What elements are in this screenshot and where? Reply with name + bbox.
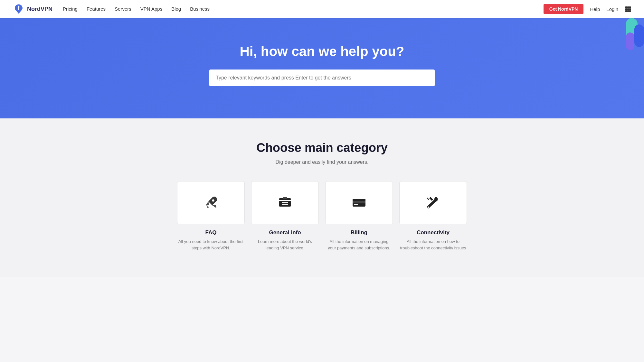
svg-rect-16 [353,201,365,203]
svg-rect-6 [625,10,627,12]
svg-rect-18 [353,199,365,201]
login-link[interactable]: Login [606,6,618,12]
svg-rect-13 [282,204,288,205]
search-input[interactable] [209,70,435,86]
category-connectivity-card[interactable] [399,181,467,224]
faq-label: FAQ [177,229,245,236]
nordvpn-logo-icon [13,3,24,15]
navbar-right: Get NordVPN Help Login [544,4,631,14]
svg-rect-5 [629,8,631,10]
faq-icon [203,194,219,211]
grid-menu-icon[interactable] [625,6,631,12]
navbar: NordVPN Pricing Features Servers VPN App… [0,0,644,18]
category-general-info-card[interactable] [251,181,319,224]
svg-rect-12 [282,202,288,203]
general-info-desc: Learn more about the world's leading VPN… [251,238,319,251]
svg-rect-11 [279,201,291,207]
navbar-left: NordVPN Pricing Features Servers VPN App… [13,3,210,15]
connectivity-label: Connectivity [399,229,467,236]
svg-rect-17 [354,204,358,205]
category-faq-card[interactable] [177,181,245,224]
svg-rect-0 [625,6,627,8]
logo[interactable]: NordVPN [13,3,52,15]
billing-icon [351,194,367,211]
nav-item-vpnapps[interactable]: VPN Apps [140,6,162,12]
svg-point-9 [212,200,214,202]
nav-item-servers[interactable]: Servers [115,6,131,12]
svg-point-19 [428,207,429,208]
nav-item-blog[interactable]: Blog [171,6,181,12]
svg-rect-3 [625,8,627,10]
decorative-blobs [618,18,644,57]
main-heading: Choose main category [13,141,631,155]
main-content-section: Choose main category Dig deeper and easi… [0,118,644,277]
hero-section: Hi, how can we help you? [0,18,644,118]
help-link[interactable]: Help [590,6,600,12]
nav-item-business[interactable]: Business [190,6,210,12]
logo-text: NordVPN [27,6,52,13]
svg-rect-8 [629,10,631,12]
faq-desc: All you need to know about the first ste… [177,238,245,251]
category-faq[interactable]: FAQ All you need to know about the first… [177,181,245,251]
connectivity-desc: All the information on how to troublesho… [399,238,467,251]
svg-rect-2 [629,6,631,8]
nav-item-pricing[interactable]: Pricing [63,6,78,12]
connectivity-icon [425,194,441,211]
category-connectivity[interactable]: Connectivity All the information on how … [399,181,467,251]
billing-label: Billing [325,229,393,236]
nav-item-features[interactable]: Features [87,6,106,12]
billing-desc: All the information on managing your pay… [325,238,393,251]
category-billing[interactable]: Billing All the information on managing … [325,181,393,251]
categories-grid: FAQ All you need to know about the first… [177,181,467,251]
general-info-icon [277,194,293,211]
search-bar-container [209,70,435,86]
svg-rect-7 [627,10,629,12]
general-info-label: General info [251,229,319,236]
main-subtitle: Dig deeper and easily find your answers. [13,159,631,165]
nav-links: Pricing Features Servers VPN Apps Blog B… [63,6,210,12]
svg-rect-1 [627,6,629,8]
get-nordvpn-button[interactable]: Get NordVPN [544,4,584,14]
hero-heading: Hi, how can we help you? [13,44,631,59]
blob-purple [626,32,634,50]
category-billing-card[interactable] [325,181,393,224]
svg-rect-4 [627,8,629,10]
category-general-info[interactable]: General info Learn more about the world'… [251,181,319,251]
blob-blue [634,24,644,47]
svg-rect-14 [283,197,287,199]
